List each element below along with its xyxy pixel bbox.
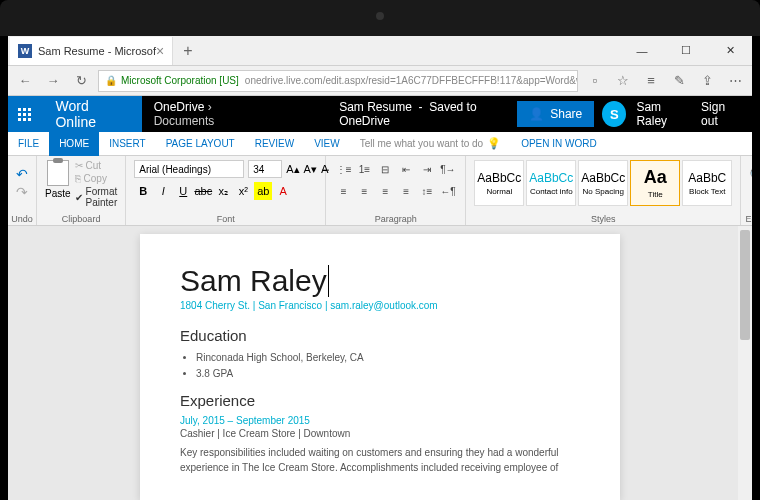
minimize-button[interactable]: — [620, 36, 664, 66]
hub-icon[interactable]: ≡ [640, 70, 662, 92]
copy-button[interactable]: ⎘Copy [75, 173, 118, 184]
experience-heading[interactable]: Experience [180, 392, 580, 409]
undo-button[interactable]: ↶ [16, 166, 28, 182]
grow-font-button[interactable]: A▴ [286, 160, 299, 178]
multilevel-button[interactable]: ⊟ [376, 160, 395, 178]
italic-button[interactable]: I [154, 182, 172, 200]
highlight-button[interactable]: ab [254, 182, 272, 200]
ribbon-tabs: FILE HOME INSERT PAGE LAYOUT REVIEW VIEW… [8, 132, 752, 156]
share-icon: 👤 [529, 107, 544, 121]
paste-button[interactable]: Paste [45, 160, 71, 199]
tab-file[interactable]: FILE [8, 132, 49, 156]
cut-icon: ✂ [75, 160, 83, 171]
breadcrumb: OneDrive › Documents [142, 100, 280, 128]
line-spacing-button[interactable]: ↕≡ [418, 182, 437, 200]
indent-button[interactable]: ⇥ [418, 160, 437, 178]
align-center-button[interactable]: ≡ [355, 182, 374, 200]
shrink-font-button[interactable]: A▾ [304, 160, 317, 178]
align-right-button[interactable]: ≡ [376, 182, 395, 200]
experience-dates[interactable]: July, 2015 – September 2015 [180, 415, 580, 426]
style-block-text[interactable]: AaBbCBlock Text [682, 160, 732, 206]
font-group-label: Font [126, 214, 325, 224]
style-title[interactable]: AaTitle [630, 160, 680, 206]
sign-out-link[interactable]: Sign out [701, 100, 742, 128]
vertical-scrollbar[interactable] [738, 226, 752, 500]
justify-button[interactable]: ≡ [397, 182, 416, 200]
outdent-button[interactable]: ⇤ [397, 160, 416, 178]
word-favicon-icon: W [18, 44, 32, 58]
lock-icon: 🔒 [105, 75, 117, 86]
waffle-icon [18, 108, 31, 121]
cut-button[interactable]: ✂Cut [75, 160, 118, 171]
tab-home[interactable]: HOME [49, 132, 99, 156]
underline-button[interactable]: U [174, 182, 192, 200]
tab-review[interactable]: REVIEW [245, 132, 304, 156]
format-painter-button[interactable]: ✔Format Painter [75, 186, 118, 208]
close-window-button[interactable]: ✕ [708, 36, 752, 66]
breadcrumb-folder[interactable]: Documents [154, 114, 215, 128]
favorite-icon[interactable]: ☆ [612, 70, 634, 92]
job-title-line[interactable]: Cashier | Ice Cream Store | Downtown [180, 428, 580, 439]
copy-icon: ⎘ [75, 173, 81, 184]
tab-close-icon[interactable]: × [156, 43, 164, 59]
notes-icon[interactable]: ✎ [668, 70, 690, 92]
style-no-spacing[interactable]: AaBbCcNo Spacing [578, 160, 628, 206]
education-heading[interactable]: Education [180, 327, 580, 344]
redo-button[interactable]: ↷ [16, 184, 28, 200]
back-button[interactable]: ← [14, 70, 36, 92]
browser-tab-bar: W Sam Resume - Microsof × + — ☐ ✕ [8, 36, 752, 66]
url-input[interactable]: 🔒 Microsoft Corporation [US] onedrive.li… [98, 70, 578, 92]
document-canvas[interactable]: Sam Raley 1804 Cherry St. | San Francisc… [8, 226, 752, 500]
scroll-thumb[interactable] [740, 230, 750, 340]
resume-name-heading[interactable]: Sam Raley [180, 264, 329, 298]
list-item[interactable]: 3.8 GPA [196, 366, 580, 382]
text-cursor [328, 265, 329, 297]
strike-button[interactable]: abc [194, 182, 212, 200]
experience-body[interactable]: Key responsibilities included waiting on… [180, 445, 580, 475]
forward-button[interactable]: → [42, 70, 64, 92]
education-list[interactable]: Rinconada High School, Berkeley, CA 3.8 … [196, 350, 580, 382]
skype-button[interactable]: S [602, 101, 626, 127]
tab-page-layout[interactable]: PAGE LAYOUT [156, 132, 245, 156]
open-in-word-link[interactable]: OPEN IN WORD [511, 138, 607, 149]
refresh-button[interactable]: ↻ [70, 70, 92, 92]
subscript-button[interactable]: x₂ [214, 182, 232, 200]
align-left-button[interactable]: ≡ [334, 182, 353, 200]
find-button[interactable]: 🔍 [749, 160, 752, 185]
clipboard-group-label: Clipboard [37, 214, 125, 224]
user-name[interactable]: Sam Raley [636, 100, 691, 128]
share-browser-icon[interactable]: ⇪ [696, 70, 718, 92]
tab-insert[interactable]: INSERT [99, 132, 156, 156]
bullets-button[interactable]: ⋮≡ [334, 160, 353, 178]
style-contact-info[interactable]: AaBbCcContact info [526, 160, 576, 206]
styles-group-label: Styles [466, 214, 740, 224]
browser-tab[interactable]: W Sam Resume - Microsof × [10, 37, 173, 65]
share-button[interactable]: 👤 Share [517, 101, 594, 127]
brush-icon: ✔ [75, 192, 83, 203]
breadcrumb-onedrive[interactable]: OneDrive [154, 100, 205, 114]
contact-line[interactable]: 1804 Cherry St. | San Francisco | sam.ra… [180, 300, 580, 311]
search-icon: 🔍 [749, 166, 752, 185]
numbering-button[interactable]: 1≡ [355, 160, 374, 178]
font-family-select[interactable] [134, 160, 244, 178]
cert-label: Microsoft Corporation [US] [121, 75, 239, 86]
address-bar: ← → ↻ 🔒 Microsoft Corporation [US] onedr… [8, 66, 752, 96]
bold-button[interactable]: B [134, 182, 152, 200]
style-normal[interactable]: AaBbCcNormal [474, 160, 524, 206]
maximize-button[interactable]: ☐ [664, 36, 708, 66]
font-size-select[interactable] [248, 160, 282, 178]
doc-title-status: Sam Resume - Saved to OneDrive [339, 100, 517, 128]
ltr-button[interactable]: ¶→ [438, 160, 457, 178]
tell-me-input[interactable]: Tell me what you want to do 💡 [350, 137, 511, 150]
app-launcher-button[interactable] [8, 96, 41, 132]
reading-view-icon[interactable]: ▫ [584, 70, 606, 92]
tab-view[interactable]: VIEW [304, 132, 350, 156]
font-color-button[interactable]: A [274, 182, 292, 200]
new-tab-button[interactable]: + [173, 42, 202, 60]
page[interactable]: Sam Raley 1804 Cherry St. | San Francisc… [140, 234, 620, 500]
more-icon[interactable]: ⋯ [724, 70, 746, 92]
rtl-button[interactable]: ←¶ [438, 182, 457, 200]
list-item[interactable]: Rinconada High School, Berkeley, CA [196, 350, 580, 366]
superscript-button[interactable]: x² [234, 182, 252, 200]
paragraph-group-label: Paragraph [326, 214, 465, 224]
